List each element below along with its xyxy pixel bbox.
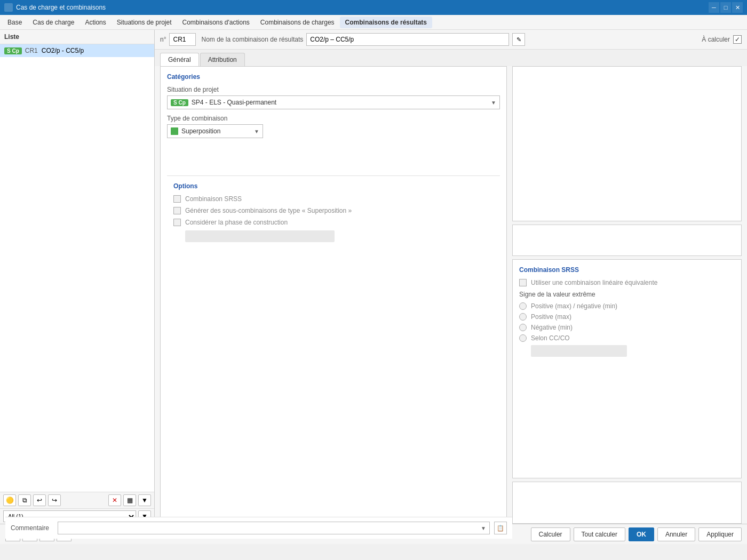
- option-phase-row: Considérer la phase de construction: [173, 219, 494, 226]
- categories-title: Catégories: [167, 73, 500, 81]
- radio-pos-neg-row: Positive (max) / négative (min): [519, 302, 735, 310]
- info-row: n° Nom de la combinaison de résultats ✎ …: [155, 30, 747, 50]
- signe-title: Signe de la valeur extrême: [519, 291, 735, 298]
- type-value: Superposition: [181, 127, 254, 135]
- radio-neg-row: Négative (min): [519, 324, 735, 331]
- situation-label: Situation de projet: [167, 86, 500, 93]
- view-button[interactable]: ▦: [123, 494, 136, 506]
- n-label: n°: [160, 36, 166, 43]
- options-title: Options: [173, 182, 494, 190]
- situation-dropdown[interactable]: S Cp SP4 - ELS - Quasi-permanent ▼: [167, 95, 500, 109]
- edit-name-button[interactable]: ✎: [512, 33, 525, 46]
- radio-pos-row: Positive (max): [519, 313, 735, 321]
- type-row: Type de combinaison Superposition ▼: [167, 115, 500, 138]
- right-panel: n° Nom de la combinaison de résultats ✎ …: [155, 30, 747, 524]
- copy-button[interactable]: ⧉: [18, 494, 31, 506]
- maximize-button[interactable]: □: [720, 2, 731, 13]
- srss-use-label: Utiliser une combinaison linéaire équiva…: [531, 279, 657, 286]
- content-area: Catégories Situation de projet S Cp SP4 …: [155, 66, 747, 524]
- list-header: Liste: [0, 30, 154, 44]
- option-srss-checkbox[interactable]: [173, 195, 181, 203]
- window-title: Cas de charge et combinaisons: [16, 4, 106, 11]
- radio-selon-row: Selon CC/CO: [519, 334, 735, 342]
- srss-use-checkbox[interactable]: [519, 279, 527, 286]
- menu-cas-de-charge[interactable]: Cas de charge: [27, 17, 80, 28]
- option-srss-label: Combinaison SRSS: [185, 195, 242, 203]
- option-sous-comb-label: Générer des sous-combinaisons de type « …: [185, 207, 352, 214]
- situation-row: Situation de projet S Cp SP4 - ELS - Qua…: [167, 86, 500, 109]
- title-bar-controls: ─ □ ✕: [709, 2, 743, 13]
- radio-pos-neg[interactable]: [519, 302, 527, 310]
- list-item-badge: S Cp: [4, 47, 22, 54]
- menu-situations[interactable]: Situations de projet: [112, 17, 177, 28]
- a-calculer-checkbox[interactable]: [733, 35, 742, 44]
- a-calculer-label: À calculer: [702, 36, 730, 43]
- list-item-name: CO2/p - CC5/p: [42, 47, 84, 54]
- option-subfield: [185, 230, 335, 242]
- name-field-group: Nom de la combinaison de résultats ✎: [201, 33, 525, 46]
- menu-combinaisons-actions[interactable]: Combinaisons d'actions: [177, 17, 255, 28]
- calculer-button[interactable]: Calculer: [531, 527, 570, 541]
- commentaire-input[interactable]: ▼: [160, 522, 490, 524]
- menu-bar: Base Cas de charge Actions Situations de…: [0, 15, 747, 30]
- side-box-comment: [512, 482, 742, 524]
- add-button[interactable]: 🟡: [3, 494, 16, 506]
- option-sous-comb-checkbox[interactable]: [173, 207, 181, 214]
- app-icon: [4, 3, 13, 12]
- type-label: Type de combinaison: [167, 115, 500, 122]
- list-area: S Cp CR1 CO2/p - CC5/p: [0, 44, 154, 492]
- radio-pos-neg-label: Positive (max) / négative (min): [531, 302, 617, 310]
- view-dropdown-button[interactable]: ▼: [138, 494, 151, 506]
- srss-use-row: Utiliser une combinaison linéaire équiva…: [519, 279, 735, 286]
- type-dropdown[interactable]: Superposition ▼: [167, 124, 263, 138]
- categories-section: Catégories: [167, 73, 500, 81]
- content-main: Catégories Situation de projet S Cp SP4 …: [160, 66, 507, 524]
- annuler-button[interactable]: Annuler: [657, 527, 695, 541]
- side-box-top: [512, 66, 742, 221]
- tab-attribution[interactable]: Attribution: [200, 53, 245, 66]
- redo-button[interactable]: ↪: [48, 494, 61, 506]
- type-arrow-icon: ▼: [254, 129, 259, 134]
- radio-neg-label: Négative (min): [531, 324, 573, 331]
- radio-selon-label: Selon CC/CO: [531, 334, 570, 342]
- menu-combinaisons-resultats[interactable]: Combinaisons de résultats: [340, 17, 432, 28]
- a-calculer-group: À calculer: [702, 35, 742, 44]
- delete-button[interactable]: ✕: [108, 494, 121, 506]
- tout-calculer-button[interactable]: Tout calculer: [574, 527, 625, 541]
- type-color-indicator: [171, 127, 178, 135]
- spacer: [167, 143, 500, 175]
- main-layout: Liste S Cp CR1 CO2/p - CC5/p 🟡 ⧉ ↩ ↪ ✕ ▦…: [0, 30, 747, 524]
- option-phase-checkbox[interactable]: [173, 219, 181, 226]
- content-tabs: Général Attribution: [155, 50, 747, 66]
- n-input[interactable]: [169, 33, 196, 46]
- menu-base[interactable]: Base: [2, 17, 27, 28]
- ok-button[interactable]: OK: [629, 527, 654, 541]
- menu-combinaisons-charges[interactable]: Combinaisons de charges: [255, 17, 340, 28]
- radio-neg[interactable]: [519, 324, 527, 331]
- name-input[interactable]: [306, 33, 509, 46]
- radio-pos[interactable]: [519, 313, 527, 321]
- tab-general[interactable]: Général: [160, 53, 199, 66]
- undo-button[interactable]: ↩: [33, 494, 46, 506]
- name-label: Nom de la combinaison de résultats: [201, 36, 303, 43]
- option-srss-row: Combinaison SRSS: [173, 195, 494, 203]
- menu-actions[interactable]: Actions: [80, 17, 111, 28]
- situation-badge: S Cp: [171, 99, 188, 106]
- situation-value: SP4 - ELS - Quasi-permanent: [192, 99, 491, 106]
- srss-title: Combinaison SRSS: [519, 266, 735, 274]
- list-item[interactable]: S Cp CR1 CO2/p - CC5/p: [0, 44, 154, 57]
- appliquer-button[interactable]: Appliquer: [698, 527, 742, 541]
- option-sous-comb-row: Générer des sous-combinaisons de type « …: [173, 207, 494, 214]
- commentaire-edit-button[interactable]: 📋: [494, 522, 507, 524]
- close-button[interactable]: ✕: [732, 2, 743, 13]
- radio-pos-label: Positive (max): [531, 313, 571, 321]
- minimize-button[interactable]: ─: [709, 2, 719, 13]
- left-panel: Liste S Cp CR1 CO2/p - CC5/p 🟡 ⧉ ↩ ↪ ✕ ▦…: [0, 30, 155, 524]
- options-section: Options Combinaison SRSS Générer des sou…: [167, 175, 500, 249]
- side-box-mid: [512, 225, 742, 257]
- left-toolbar: 🟡 ⧉ ↩ ↪ ✕ ▦ ▼: [0, 492, 154, 508]
- n-field-group: n°: [160, 33, 196, 46]
- title-bar: Cas de charge et combinaisons ─ □ ✕: [0, 0, 747, 15]
- radio-selon[interactable]: [519, 334, 527, 342]
- signe-radio-group: Signe de la valeur extrême Positive (max…: [519, 291, 735, 357]
